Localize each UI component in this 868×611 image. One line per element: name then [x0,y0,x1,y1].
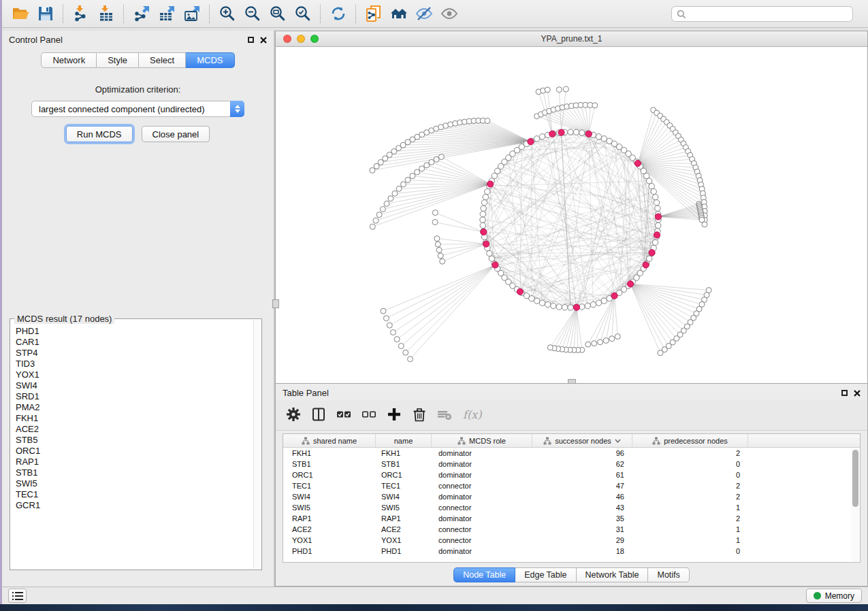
table-cell[interactable]: 2 [632,480,748,491]
table-row[interactable]: ACE2ACE2connector311 [283,524,860,535]
table-cell[interactable]: 29 [532,535,632,546]
table-cell[interactable]: 46 [532,491,632,502]
table-settings-button[interactable] [286,407,301,424]
zoom-selected-button[interactable] [290,3,315,25]
column-header-successor-nodes[interactable]: successor nodes [532,434,632,447]
show-columns-button[interactable] [311,407,326,424]
table-cell[interactable]: 0 [632,459,748,469]
search-input[interactable] [671,6,853,22]
export-table-button[interactable] [154,3,179,25]
zoom-in-button[interactable] [214,3,240,25]
criterion-dropdown[interactable]: largest connected component (undirected) [31,101,244,117]
table-cell[interactable]: STB1 [283,459,376,469]
select-all-columns-button[interactable] [336,407,351,424]
table-cell[interactable]: FKH1 [376,448,432,459]
mcds-result-scrollbar[interactable] [253,320,261,569]
mcds-node-item[interactable]: ACE2 [16,424,253,435]
table-cell[interactable]: 35 [532,513,632,524]
column-header-name[interactable]: name [376,434,432,447]
table-cell[interactable]: TEC1 [283,480,376,491]
table-cell[interactable]: 0 [632,546,748,557]
table-row[interactable]: SWI4SWI4dominator462 [283,491,860,502]
table-cell[interactable]: 0 [632,469,748,480]
window-close-icon[interactable] [283,35,291,43]
save-session-button[interactable] [33,3,58,25]
table-cell[interactable]: YOX1 [376,535,432,546]
table-cell[interactable]: 96 [532,448,632,459]
zoom-fit-button[interactable] [265,3,290,25]
network-window-titlebar[interactable]: YPA_prune.txt_1 [276,31,867,47]
column-header-predecessor-nodes[interactable]: predecessor nodes [632,434,748,447]
table-row[interactable]: YOX1YOX1connector291 [283,535,860,546]
table-tab-node-table[interactable]: Node Table [453,567,515,582]
table-row[interactable]: ORC1ORC1dominator610 [283,469,860,480]
export-image-button[interactable] [179,3,204,25]
table-cell[interactable]: connector [432,502,532,513]
table-tab-edge-table[interactable]: Edge Table [515,567,576,582]
tab-mcds[interactable]: MCDS [186,52,234,68]
column-header-mcds-role[interactable]: MCDS role [432,434,532,447]
table-cell[interactable]: SWI4 [283,491,376,502]
tab-style[interactable]: Style [97,52,139,68]
delete-column-button[interactable] [412,407,427,424]
float-table-panel-icon[interactable] [841,390,848,396]
table-cell[interactable]: 61 [532,469,632,480]
import-network-button[interactable] [68,3,93,25]
mcds-node-item[interactable]: YOX1 [16,369,253,380]
table-cell[interactable]: SWI5 [376,502,432,513]
add-column-button[interactable] [387,407,402,424]
table-cell[interactable]: 31 [532,524,632,535]
column-header-shared-name[interactable]: shared name [283,434,376,447]
table-cell[interactable]: 2 [632,448,748,459]
table-cell[interactable]: PHD1 [376,546,432,557]
table-cell[interactable]: dominator [432,491,532,502]
table-scrollbar-thumb[interactable] [852,450,858,507]
table-cell[interactable]: 62 [532,459,632,469]
table-cell[interactable]: ACE2 [376,524,432,535]
horizontal-splitter-handle[interactable] [568,379,576,384]
network-graph[interactable] [276,47,867,383]
table-row[interactable]: FKH1FKH1dominator962 [283,448,860,459]
vertical-splitter-handle[interactable] [272,299,279,308]
table-cell[interactable]: dominator [432,448,532,459]
mcds-node-item[interactable]: SRD1 [16,391,253,402]
table-scrollbar[interactable] [851,448,859,561]
tab-select[interactable]: Select [139,52,186,68]
table-cell[interactable]: connector [432,535,532,546]
memory-button[interactable]: Memory [806,589,862,603]
table-cell[interactable]: RAP1 [376,513,432,524]
window-zoom-icon[interactable] [310,35,319,43]
table-cell[interactable]: SWI5 [283,502,376,513]
close-table-panel-icon[interactable] [854,390,861,397]
table-cell[interactable]: 1 [632,524,748,535]
mcds-node-item[interactable]: SWI5 [16,478,253,489]
close-panel-button[interactable]: Close panel [142,126,210,142]
table-cell[interactable]: TEC1 [376,480,432,491]
mcds-node-item[interactable]: STB5 [16,435,253,446]
mcds-node-item[interactable]: RAP1 [16,457,253,467]
table-row[interactable]: SWI5SWI5connector431 [283,502,860,513]
table-tab-motifs[interactable]: Motifs [648,567,689,582]
mcds-node-item[interactable]: PMA2 [16,402,253,413]
mcds-node-item[interactable]: TID3 [16,359,253,369]
duplicate-network-button[interactable] [361,3,386,25]
table-cell[interactable]: ORC1 [283,469,376,480]
float-panel-icon[interactable] [248,37,254,43]
table-cell[interactable]: 1 [632,502,748,513]
table-cell[interactable]: SWI4 [376,491,432,502]
table-cell[interactable]: dominator [432,513,532,524]
mcds-node-item[interactable]: FKH1 [16,413,253,424]
tab-network[interactable]: Network [41,52,97,68]
table-cell[interactable]: dominator [432,469,532,480]
window-minimize-icon[interactable] [297,35,305,43]
table-cell[interactable]: connector [432,480,532,491]
run-mcds-button[interactable]: Run MCDS [66,126,133,142]
table-row[interactable]: RAP1RAP1dominator352 [283,513,860,524]
close-panel-icon[interactable] [260,37,267,44]
table-cell[interactable]: 2 [632,513,748,524]
table-cell[interactable]: STB1 [376,459,432,469]
unselect-all-columns-button[interactable] [361,407,376,424]
table-cell[interactable]: ACE2 [283,524,376,535]
hide-selected-button[interactable] [411,3,436,25]
table-cell[interactable]: dominator [432,546,532,557]
